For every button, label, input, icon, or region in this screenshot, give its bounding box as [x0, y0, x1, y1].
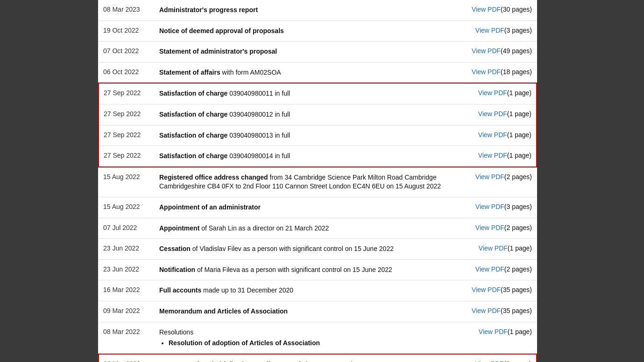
description-bold: Satisfaction of charge	[159, 132, 227, 139]
filing-link-cell: View PDF(35 pages)	[462, 280, 537, 301]
pdf-pages: (49 pages)	[501, 47, 532, 55]
table-row: 23 Jun 2022Notification of Maria Fileva …	[99, 259, 537, 280]
view-pdf-link[interactable]: View PDF	[479, 328, 508, 335]
pdf-pages: (35 pages)	[501, 307, 532, 314]
filing-date: 19 Oct 2022	[99, 21, 155, 42]
filing-date: 07 Oct 2022	[99, 42, 155, 63]
description-bold: Memorandum and Articles of Association	[159, 307, 288, 315]
view-pdf-link[interactable]: View PDF	[472, 286, 501, 293]
filing-date: 27 Sep 2022	[99, 83, 155, 104]
description-rest: 039040980011 in full	[227, 90, 290, 97]
filing-link-cell: View PDF(30 pages)	[462, 0, 537, 21]
view-pdf-link[interactable]: View PDF	[475, 360, 504, 362]
view-pdf-link[interactable]: View PDF	[475, 224, 504, 231]
filing-link-cell: View PDF(3 pages)	[462, 21, 537, 42]
description-bold: Notification	[159, 266, 195, 273]
bullet-item: Resolution of adoption of Articles of As…	[169, 339, 457, 348]
filing-link-cell: View PDF(1 page)	[462, 83, 537, 104]
filing-date: 15 Aug 2022	[99, 167, 155, 197]
filing-description: Statement of capital following an allotm…	[155, 354, 462, 362]
view-pdf-link[interactable]: View PDF	[478, 89, 507, 97]
filing-date: 08 Mar 2023	[99, 0, 155, 21]
description-bold: Full accounts	[159, 286, 201, 294]
description-bold: Satisfaction of charge	[159, 111, 227, 118]
filing-date: 23 Jun 2022	[99, 259, 155, 280]
description-bold: Appointment of an administrator	[159, 203, 261, 211]
description-rest: of Vladislav Filev as a person with sign…	[191, 245, 394, 252]
pdf-pages: (18 pages)	[501, 68, 532, 76]
filing-date: 07 Jul 2022	[99, 218, 155, 239]
pdf-pages: (30 pages)	[501, 6, 532, 13]
table-row: 16 Mar 2022Full accounts made up to 31 D…	[99, 280, 537, 301]
table-row: 08 Mar 2023Administrator's progress repo…	[99, 0, 537, 21]
filing-date: 27 Sep 2022	[99, 104, 155, 125]
filing-description: Notice of deemed approval of proposals	[155, 21, 462, 42]
filing-description: Satisfaction of charge 039040980011 in f…	[155, 83, 462, 104]
pdf-pages: (1 page)	[508, 328, 532, 335]
table-row: 27 Sep 2022Satisfaction of charge 039040…	[99, 104, 537, 125]
bullet-list: Resolution of adoption of Articles of As…	[159, 339, 457, 348]
filing-link-cell: View PDF(1 page)	[462, 239, 537, 260]
filing-description: Administrator's progress report	[155, 0, 462, 21]
pdf-pages: (1 page)	[507, 131, 531, 139]
filing-link-cell: View PDF(1 page)	[462, 125, 537, 146]
view-pdf-link[interactable]: View PDF	[472, 307, 501, 314]
filing-description: Appointment of an administrator	[155, 197, 462, 218]
table-row: 08 Mar 2022ResolutionsResolution of adop…	[99, 322, 537, 354]
filing-link-cell: View PDF(49 pages)	[462, 42, 537, 63]
filing-description: Appointment of Sarah Lin as a director o…	[155, 218, 462, 239]
view-pdf-link[interactable]: View PDF	[475, 203, 504, 210]
pdf-pages: (3 pages)	[504, 27, 532, 34]
pdf-pages: (1 page)	[507, 89, 531, 97]
filing-date: 27 Sep 2022	[99, 125, 155, 146]
description-bold: Notice of deemed approval of proposals	[159, 27, 284, 35]
view-pdf-link[interactable]: View PDF	[472, 6, 501, 13]
view-pdf-link[interactable]: View PDF	[479, 244, 508, 252]
description-bold: Administrator's progress report	[159, 6, 258, 14]
description-plain: Resolutions	[159, 328, 193, 336]
description-rest: of Sarah Lin as a director on 21 March 2…	[199, 224, 329, 232]
filing-link-cell: View PDF(2 pages)	[462, 167, 537, 197]
pdf-pages: (2 pages)	[504, 265, 532, 273]
description-rest: 039040980012 in full	[227, 111, 290, 118]
pdf-pages: (3 pages)	[504, 203, 532, 210]
filing-description: Memorandum and Articles of Association	[155, 301, 462, 322]
filing-link-cell: View PDF(2 pages)	[462, 259, 537, 280]
table-row: 27 Sep 2022Satisfaction of charge 039040…	[99, 146, 537, 167]
pdf-pages: (35 pages)	[501, 286, 532, 293]
filing-date: 23 Jun 2022	[99, 239, 155, 260]
filing-description: Full accounts made up to 31 December 202…	[155, 280, 462, 301]
filing-date: 09 Mar 2022	[99, 301, 155, 322]
view-pdf-link[interactable]: View PDF	[475, 173, 504, 181]
table-row: 23 Jun 2022Cessation of Vladislav Filev …	[99, 239, 537, 260]
view-pdf-link[interactable]: View PDF	[478, 110, 507, 118]
view-pdf-link[interactable]: View PDF	[475, 27, 504, 34]
description-bold: Statement of affairs	[159, 69, 220, 76]
description-rest: of Maria Fileva as a person with signifi…	[195, 266, 392, 273]
table-row: 08 Mar 2022Statement of capital followin…	[99, 354, 537, 362]
view-pdf-link[interactable]: View PDF	[475, 265, 504, 273]
filing-description: Registered office address changed from 3…	[155, 167, 462, 197]
view-pdf-link[interactable]: View PDF	[472, 68, 501, 76]
filing-date: 27 Sep 2022	[99, 146, 155, 167]
pdf-pages: (2 pages)	[504, 173, 532, 181]
view-pdf-link[interactable]: View PDF	[478, 131, 507, 139]
filing-history-table: 08 Mar 2023Administrator's progress repo…	[98, 0, 537, 362]
table-row: 19 Oct 2022Notice of deemed approval of …	[99, 21, 537, 42]
view-pdf-link[interactable]: View PDF	[478, 152, 507, 159]
view-pdf-link[interactable]: View PDF	[472, 47, 501, 55]
table-row: 27 Sep 2022Satisfaction of charge 039040…	[99, 125, 537, 146]
filing-link-cell: View PDF(1 page)	[462, 104, 537, 125]
filing-date: 08 Mar 2022	[99, 354, 155, 362]
filing-description: Satisfaction of charge 039040980014 in f…	[155, 146, 462, 167]
filing-date: 08 Mar 2022	[99, 322, 155, 354]
pdf-pages: (1 page)	[507, 152, 531, 159]
pdf-pages: (1 page)	[508, 244, 532, 252]
filing-link-cell: View PDF(3 pages)	[462, 197, 537, 218]
filing-description: Notification of Maria Fileva as a person…	[155, 259, 462, 280]
filing-date: 15 Aug 2022	[99, 197, 155, 218]
pdf-pages: (1 page)	[507, 110, 531, 118]
filing-date: 06 Oct 2022	[99, 62, 155, 83]
description-bold: Statement of administrator's proposal	[159, 48, 277, 55]
table-row: 15 Aug 2022Appointment of an administrat…	[99, 197, 537, 218]
